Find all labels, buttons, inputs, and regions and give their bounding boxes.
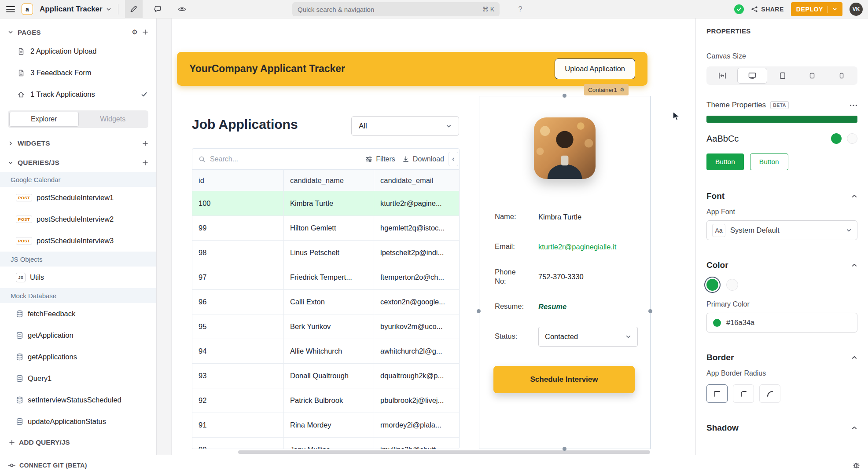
canvas-area[interactable]: YourCompany Applicant Tracker Upload App… <box>157 18 695 455</box>
theme-neutral-swatch[interactable] <box>847 133 857 144</box>
app-title-menu[interactable]: Applicant Tracker <box>40 5 111 14</box>
status-filter-select[interactable]: All <box>351 116 459 136</box>
query-item[interactable]: POST postScheduleInterview2 <box>0 208 156 230</box>
email-link[interactable]: kturtle2r@paginegialle.it <box>538 243 616 251</box>
radius-medium-button[interactable] <box>733 384 754 403</box>
query-item[interactable]: POST postScheduleInterview3 <box>0 230 156 252</box>
cell-id[interactable]: 94 <box>192 339 284 363</box>
add-query-js-button[interactable]: ADD QUERY/JS <box>0 432 156 453</box>
cell-candidate-email[interactable]: awhitchurch2l@g... <box>374 339 459 363</box>
resize-handle-left[interactable] <box>477 309 481 313</box>
db-query-item[interactable]: setInterviewStatusScheduled <box>0 389 156 411</box>
schedule-interview-button[interactable]: Schedule Interview <box>493 366 635 393</box>
table-row[interactable]: 93 Donall Qualtrough dqualtrough2k@p... <box>192 364 459 388</box>
cell-candidate-email[interactable]: rmordey2i@plala... <box>374 413 459 437</box>
container-settings-icon[interactable]: ⚙ <box>620 87 625 93</box>
sidebar-page-item[interactable]: 3 Feeedback Form <box>0 62 156 84</box>
table-search-input[interactable] <box>210 155 285 163</box>
resize-handle-right[interactable] <box>648 309 652 313</box>
edit-mode-button[interactable] <box>125 0 143 18</box>
table-row[interactable]: 98 Linus Petschelt lpetschelt2p@indi... <box>192 241 459 265</box>
column-header-candidate-name[interactable]: candidate_name <box>284 170 374 191</box>
cell-candidate-name[interactable]: Hilton Gemlett <box>284 216 374 240</box>
table-row[interactable]: 90 Jany Mullins jmullins2h@shutt... <box>192 438 459 449</box>
resume-link[interactable]: Resume <box>538 303 566 311</box>
theme-primary-button-preview[interactable]: Button <box>706 153 744 170</box>
cell-candidate-email[interactable]: jmullins2h@shutt... <box>374 438 459 449</box>
cell-id[interactable]: 99 <box>192 216 284 240</box>
border-section-header[interactable]: Border <box>706 353 857 362</box>
cell-candidate-name[interactable]: Allie Whitchurch <box>284 339 374 363</box>
cell-id[interactable]: 93 <box>192 364 284 388</box>
hamburger-menu-button[interactable] <box>6 6 15 13</box>
cell-candidate-email[interactable]: kturtle2r@pagine... <box>374 191 459 216</box>
pages-settings-button[interactable]: ⚙ <box>132 28 138 36</box>
help-button[interactable]: ? <box>513 0 527 18</box>
table-row[interactable]: 99 Hilton Gemlett hgemlett2q@istoc... <box>192 216 459 241</box>
table-row[interactable]: 96 Calli Exton cexton2n@google... <box>192 290 459 314</box>
sidebar-page-item[interactable]: 2 Application Upload <box>0 40 156 62</box>
deploy-button[interactable]: DEPLOY <box>791 2 842 16</box>
add-query-button[interactable] <box>142 160 148 166</box>
queries-section-header[interactable]: QUERIES/JS <box>0 153 156 172</box>
cell-candidate-email[interactable]: cexton2n@google... <box>374 290 459 314</box>
add-widget-button[interactable] <box>142 140 148 146</box>
cell-candidate-name[interactable]: Patrick Bulbrook <box>284 388 374 413</box>
cell-candidate-email[interactable]: dqualtrough2k@p... <box>374 364 459 388</box>
cell-candidate-email[interactable]: lpetschelt2p@indi... <box>374 241 459 265</box>
canvas-fluid-button[interactable] <box>708 68 736 84</box>
theme-options-button[interactable] <box>850 104 857 106</box>
cell-candidate-email[interactable]: ftemperton2o@ch... <box>374 265 459 289</box>
tab-widgets[interactable]: Widgets <box>79 112 147 127</box>
color-swatch-white[interactable] <box>726 279 738 291</box>
cell-candidate-name[interactable]: Friedrick Tempert... <box>284 265 374 289</box>
cell-candidate-name[interactable]: Jany Mullins <box>284 438 374 449</box>
quick-search-input[interactable] <box>298 6 482 13</box>
color-swatch-green[interactable] <box>706 279 718 291</box>
cell-candidate-email[interactable]: pbulbrook2j@livej... <box>374 388 459 413</box>
db-query-item[interactable]: getApplication <box>0 325 156 346</box>
cell-candidate-name[interactable]: Kimbra Turtle <box>284 191 374 216</box>
cell-id[interactable]: 95 <box>192 314 284 339</box>
db-query-item[interactable]: Query1 <box>0 368 156 389</box>
candidate-detail-container[interactable]: Name: Kimbra Turtle Email: kturtle2r@pag… <box>479 96 651 449</box>
cell-id[interactable]: 96 <box>192 290 284 314</box>
font-section-header[interactable]: Font <box>706 191 857 201</box>
upload-application-button[interactable]: Upload Application <box>555 58 635 79</box>
resize-handle-top[interactable] <box>563 94 566 98</box>
widgets-section-header[interactable]: WIDGETS <box>0 133 156 153</box>
query-group-google-calendar[interactable]: Google Calendar <box>0 172 156 187</box>
filters-button[interactable]: Filters <box>365 155 395 163</box>
share-button[interactable]: SHARE <box>751 6 784 13</box>
cell-candidate-name[interactable]: Berk Yurikov <box>284 314 374 339</box>
quick-search[interactable]: ⌘ K <box>292 2 500 16</box>
radius-none-button[interactable] <box>706 384 728 403</box>
color-section-header[interactable]: Color <box>706 260 857 270</box>
js-object-item[interactable]: JS Utils <box>0 267 156 288</box>
canvas-tablet-large-button[interactable] <box>768 68 797 84</box>
comments-button[interactable] <box>149 0 167 18</box>
table-row[interactable]: 95 Berk Yurikov byurikov2m@uco... <box>192 314 459 339</box>
cell-candidate-name[interactable]: Calli Exton <box>284 290 374 314</box>
shadow-section-header[interactable]: Shadow <box>706 423 857 433</box>
preview-button[interactable] <box>173 0 191 18</box>
radius-round-button[interactable] <box>759 384 780 403</box>
cell-candidate-name[interactable]: Donall Qualtrough <box>284 364 374 388</box>
table-row[interactable]: 97 Friedrick Tempert... ftemperton2o@ch.… <box>192 265 459 290</box>
app-header-banner[interactable]: YourCompany Applicant Tracker Upload App… <box>177 52 647 86</box>
primary-color-input[interactable]: #16a34a <box>706 313 857 332</box>
column-header-candidate-email[interactable]: candidate_email <box>374 170 459 191</box>
db-query-item[interactable]: updateApplicationStatus <box>0 411 156 432</box>
column-header-id[interactable]: id <box>192 170 284 191</box>
sidebar-page-item[interactable]: 1 Track Applications <box>0 84 156 105</box>
cell-id[interactable]: 92 <box>192 388 284 413</box>
theme-color-swatch[interactable] <box>831 133 842 144</box>
query-group-mock-database[interactable]: Mock Database <box>0 288 156 303</box>
connect-git-button[interactable]: CONNECT GIT (BETA) <box>8 462 87 469</box>
add-page-button[interactable] <box>142 29 148 35</box>
download-button[interactable]: Download <box>402 155 444 163</box>
cell-id[interactable]: 90 <box>192 438 284 449</box>
table-row[interactable]: 94 Allie Whitchurch awhitchurch2l@g... <box>192 339 459 364</box>
cell-candidate-email[interactable]: hgemlett2q@istoc... <box>374 216 459 240</box>
query-item[interactable]: POST postScheduleInterview1 <box>0 187 156 208</box>
